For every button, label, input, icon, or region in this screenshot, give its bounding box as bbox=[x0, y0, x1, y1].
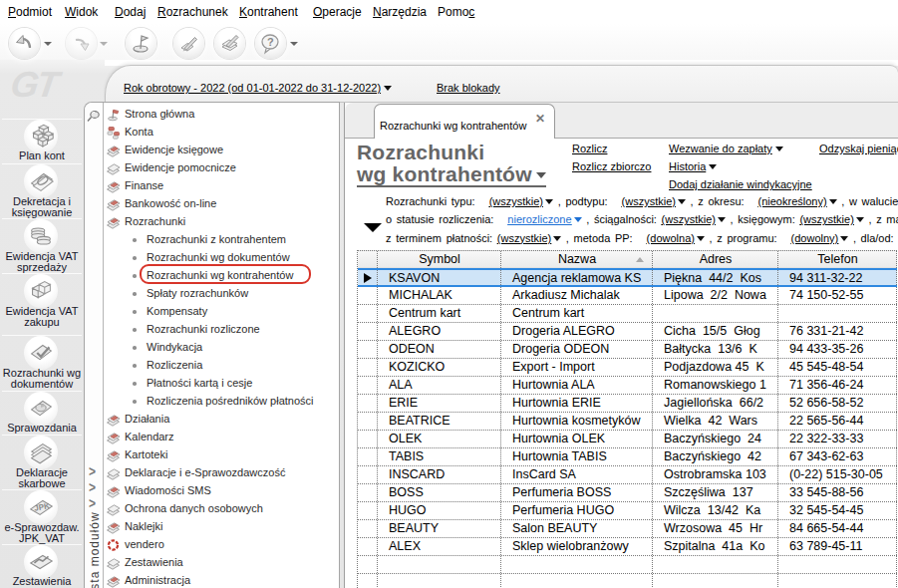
svg-text:JPK: JPK bbox=[34, 501, 51, 513]
svg-text:?: ? bbox=[267, 36, 274, 48]
